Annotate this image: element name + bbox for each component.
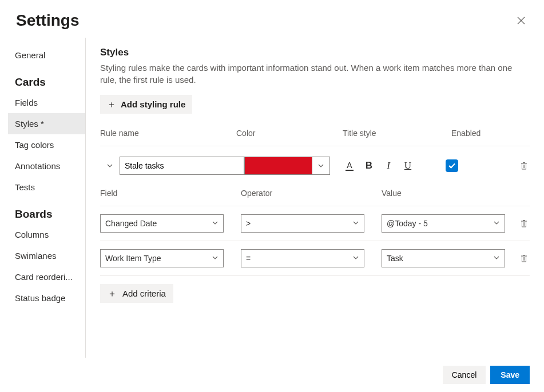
trash-icon	[519, 254, 529, 263]
section-title: Styles	[100, 47, 530, 58]
criteria-field-dropdown[interactable]: Changed Date	[100, 214, 224, 233]
sidebar-item-fields[interactable]: Fields	[8, 92, 85, 113]
plus-icon: ＋	[108, 289, 117, 298]
rule-color-dropdown[interactable]	[312, 157, 330, 175]
criteria-operator-dropdown[interactable]: >	[241, 214, 364, 233]
title-underline-button[interactable]: U	[401, 159, 415, 173]
plus-icon: ＋	[107, 100, 116, 109]
criteria-value-dropdown[interactable]: Task	[382, 249, 505, 267]
check-icon	[448, 162, 456, 170]
chevron-down-icon	[106, 162, 113, 169]
sidebar-item-swimlanes[interactable]: Swimlanes	[8, 245, 85, 266]
trash-icon	[519, 219, 529, 228]
collapse-rule-button[interactable]	[106, 162, 113, 169]
criteria-row: Changed Date > @Today - 5	[100, 206, 530, 241]
sidebar-item-styles[interactable]: Styles *	[8, 113, 85, 134]
close-icon	[517, 17, 525, 25]
add-styling-rule-button[interactable]: ＋ Add styling rule	[100, 95, 192, 114]
header-title-style: Title style	[343, 129, 451, 138]
sidebar-item-tag-colors[interactable]: Tag colors	[8, 134, 85, 155]
header-operator: Operator	[241, 189, 382, 198]
sidebar-item-annotations[interactable]: Annotations	[8, 155, 85, 177]
header-value: Value	[382, 189, 507, 198]
delete-criteria-button[interactable]	[519, 254, 529, 263]
header-field: Field	[100, 189, 241, 198]
dialog-title: Settings	[16, 11, 79, 30]
rule-enabled-checkbox[interactable]	[446, 159, 458, 172]
sidebar-item-general[interactable]: General	[8, 45, 85, 66]
chevron-down-icon	[352, 219, 359, 226]
styling-rule-row: A B I U	[100, 146, 530, 185]
criteria-field-value: Work Item Type	[105, 254, 161, 263]
header-color: Color	[236, 129, 343, 138]
criteria-value-value: @Today - 5	[387, 219, 428, 228]
chevron-down-icon	[317, 162, 324, 169]
rule-color-swatch[interactable]	[244, 157, 312, 175]
trash-icon	[519, 161, 529, 170]
sidebar-item-status-badge[interactable]: Status badge	[8, 287, 85, 309]
chevron-down-icon	[493, 219, 500, 226]
font-color-icon: A	[347, 161, 352, 169]
save-button[interactable]: Save	[490, 366, 530, 384]
criteria-field-dropdown[interactable]: Work Item Type	[100, 249, 224, 267]
criteria-operator-value: =	[246, 254, 251, 263]
criteria-value-dropdown[interactable]: @Today - 5	[382, 214, 505, 233]
rule-name-input[interactable]	[120, 157, 244, 175]
header-rule-name: Rule name	[100, 129, 236, 138]
sidebar-item-columns[interactable]: Columns	[8, 224, 85, 245]
criteria-field-value: Changed Date	[105, 219, 157, 228]
main-panel: Styles Styling rules make the cards with…	[86, 38, 544, 358]
criteria-row: Work Item Type = Task	[100, 241, 530, 275]
add-criteria-label: Add criteria	[122, 289, 166, 298]
title-italic-button[interactable]: I	[382, 159, 395, 173]
sidebar-section-boards: Boards	[8, 198, 85, 224]
chevron-down-icon	[212, 254, 219, 261]
font-color-bar	[346, 170, 354, 171]
sidebar-item-card-reordering[interactable]: Card reorderi...	[8, 266, 85, 287]
delete-criteria-button[interactable]	[519, 219, 529, 228]
header-enabled: Enabled	[451, 129, 497, 138]
title-bold-button[interactable]: B	[362, 159, 376, 173]
title-font-color-button[interactable]: A	[343, 159, 356, 173]
close-dialog-button[interactable]	[514, 14, 528, 27]
chevron-down-icon	[493, 254, 500, 261]
sidebar-item-tests[interactable]: Tests	[8, 177, 85, 198]
chevron-down-icon	[212, 219, 219, 226]
chevron-down-icon	[352, 254, 359, 261]
criteria-value-value: Task	[387, 254, 403, 263]
section-description: Styling rules make the cards with import…	[100, 62, 530, 86]
add-criteria-button[interactable]: ＋ Add criteria	[100, 284, 173, 303]
criteria-operator-value: >	[246, 219, 251, 228]
add-styling-rule-label: Add styling rule	[121, 99, 185, 109]
sidebar-section-cards: Cards	[8, 66, 85, 92]
criteria-operator-dropdown[interactable]: =	[241, 249, 364, 267]
settings-sidebar: General Cards Fields Styles * Tag colors…	[0, 38, 86, 358]
delete-rule-button[interactable]	[519, 161, 529, 170]
cancel-button[interactable]: Cancel	[443, 366, 486, 384]
